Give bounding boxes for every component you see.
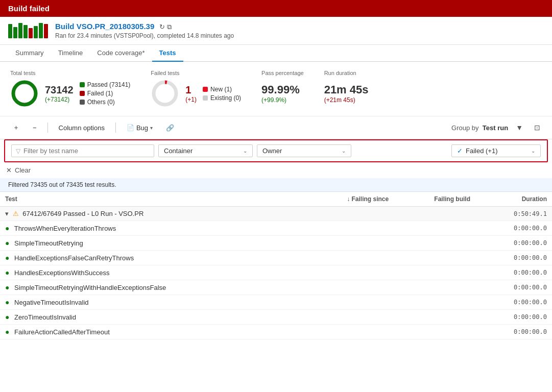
group-by-value: Test run [483,124,508,132]
failed-tests-donut [151,79,179,108]
pass-icon: ● [5,298,9,306]
add-button[interactable]: ＋ [8,120,24,135]
collapse-button[interactable]: − [28,121,41,134]
table-body: ▾ ⚠ 67412/67649 Passed - L0 Run - VSO.PR… [0,207,552,339]
owner-dropdown[interactable]: Owner ⌄ [257,144,351,157]
total-tests-delta: (+73142) [45,96,74,103]
test-duration: 0:00:00.0 [475,265,552,280]
test-name: SimpleTimeoutRetrying [14,239,83,247]
link-icon: 🔗 [166,124,174,132]
expand-icon[interactable]: ▾ [5,210,9,217]
table-row[interactable]: ● FailureActionCalledAfterTimeout 0:00:0… [0,325,552,339]
columns-toggle-button[interactable]: ⊡ [531,121,544,134]
tabs-bar: Summary Timeline Code coverage* Tests [0,45,552,62]
container-chevron: ⌄ [243,148,247,154]
owner-label: Owner [262,147,282,155]
table-row[interactable]: ● HandleExceptionsFalseCanRetryThrows 0:… [0,251,552,265]
svg-point-2 [154,82,176,105]
tab-tests[interactable]: Tests [152,45,183,62]
test-name-cell: ● SimpleTimeoutRetrying [0,236,302,251]
container-dropdown[interactable]: Container ⌄ [158,144,253,157]
pass-icon: ● [5,283,9,291]
owner-chevron: ⌄ [342,148,346,154]
bar-6 [34,26,38,38]
bar-5 [29,28,33,38]
build-title: Build VSO.PR_20180305.39 ↻ ⧉ [55,22,234,31]
bar-4 [23,25,28,38]
tab-coverage[interactable]: Code coverage* [90,45,152,62]
test-name: ThrowsWhenEveryIterationThrows [14,225,116,232]
failed-tests-num: 1 [185,84,197,96]
clear-row: ✕ Clear [0,164,552,178]
funnel-icon: ▼ [516,124,523,132]
document-icon: 📄 [127,124,134,131]
build-info-bar: Build VSO.PR_20180305.39 ↻ ⧉ Ran for 23.… [0,17,552,45]
pass-pct-delta: (+99.9%) [261,96,304,104]
bar-1 [8,24,12,38]
test-name: SimpleTimeoutRetryingWithHandleException… [14,284,166,291]
total-tests-legend: Passed (73141) Failed (1) Others (0) [80,81,131,106]
test-table-wrap: Test ↓ Failing since Failing build Durat… [0,192,552,339]
columns-icon: ⊡ [534,124,540,132]
bug-label: Bug [136,124,148,132]
pass-icon: ● [5,239,9,247]
table-row[interactable]: ● HandlesExceptionsWithSuccess 0:00:00.0 [0,265,552,280]
col-duration: Duration [475,192,552,207]
bug-button[interactable]: 📄 Bug ▾ [122,121,157,134]
tab-timeline[interactable]: Timeline [51,45,90,62]
table-row[interactable]: ● SimpleTimeoutRetryingWithHandleExcepti… [0,280,552,295]
build-failed-header: Build failed [0,0,552,17]
warning-icon: ⚠ [13,210,19,217]
stats-section: Total tests 73142 (+73142) Passed (73141… [0,62,552,116]
column-options-label: Column options [59,124,105,132]
group-by-label: Group by Test run [451,124,508,132]
refresh-icon[interactable]: ↻ ⧉ [159,23,172,31]
failed-tests-delta: (+1) [185,96,197,103]
test-name-cell: ● ThrowsWhenEveryIterationThrows [0,221,302,236]
build-subtitle: Ran for 23.4 minutes (VSTSP0Pool), compl… [55,32,234,39]
col-failing-build: Failing build [394,192,475,207]
clear-x-icon[interactable]: ✕ [6,166,12,174]
stat-failed-tests: Failed tests 1 (+1) New (1) Existin [151,70,241,108]
filter-input-wrap: ▽ [11,144,154,157]
filter-icon-button[interactable]: ▼ [512,121,526,134]
col-failing-since: ↓ Failing since [302,192,394,207]
test-duration: 0:00:00.0 [475,295,552,310]
table-row[interactable]: ● NegativeTimeoutIsInvalid 0:00:00.0 [0,295,552,310]
test-name-cell: ● ZeroTimeoutIsInvalid [0,310,302,325]
test-name: FailureActionCalledAfterTimeout [14,328,110,336]
column-options-button[interactable]: Column options [54,121,109,134]
col-test: Test [0,192,302,207]
group-duration: 0:50:49.1 [475,207,552,221]
link-button[interactable]: 🔗 [161,121,179,134]
table-row[interactable]: ● ThrowsWhenEveryIterationThrows 0:00:00… [0,221,552,236]
table-row[interactable]: ● ZeroTimeoutIsInvalid 0:00:00.0 [0,310,552,325]
pass-icon: ● [5,224,9,232]
test-name-cell: ● SimpleTimeoutRetryingWithHandleExcepti… [0,280,302,295]
group-label: 67412/67649 Passed - L0 Run - VSO.PR [22,210,143,217]
test-name-cell: ● HandlesExceptionsWithSuccess [0,265,302,280]
bug-chevron: ▾ [150,125,153,131]
pass-pct-value: 99.99% [261,83,304,96]
total-tests-donut [10,79,39,108]
collapse-icon: − [33,124,37,132]
table-group-row[interactable]: ▾ ⚠ 67412/67649 Passed - L0 Run - VSO.PR… [0,207,552,221]
stat-total-tests: Total tests 73142 (+73142) Passed (73141… [10,70,130,108]
header-title: Build failed [8,4,50,13]
bar-2 [13,27,17,38]
test-duration: 0:00:00.0 [475,280,552,295]
total-tests-label: Total tests [10,70,130,76]
test-duration: 0:00:00.0 [475,310,552,325]
status-dropdown[interactable]: ✓ Failed (+1) ⌄ [451,144,541,157]
failed-tests-label: Failed tests [151,70,241,76]
test-duration: 0:00:00.0 [475,236,552,251]
tab-summary[interactable]: Summary [8,45,51,62]
pass-icon: ● [5,328,9,336]
table-row[interactable]: ● SimpleTimeoutRetrying 0:00:00.0 [0,236,552,251]
test-table: Test ↓ Failing since Failing build Durat… [0,192,552,339]
svg-point-1 [13,82,36,105]
test-name: HandleExceptionsFalseCanRetryThrows [14,254,134,262]
test-duration: 0:00:00.0 [475,325,552,339]
test-name-filter-input[interactable] [23,147,150,155]
clear-label[interactable]: Clear [15,166,31,174]
